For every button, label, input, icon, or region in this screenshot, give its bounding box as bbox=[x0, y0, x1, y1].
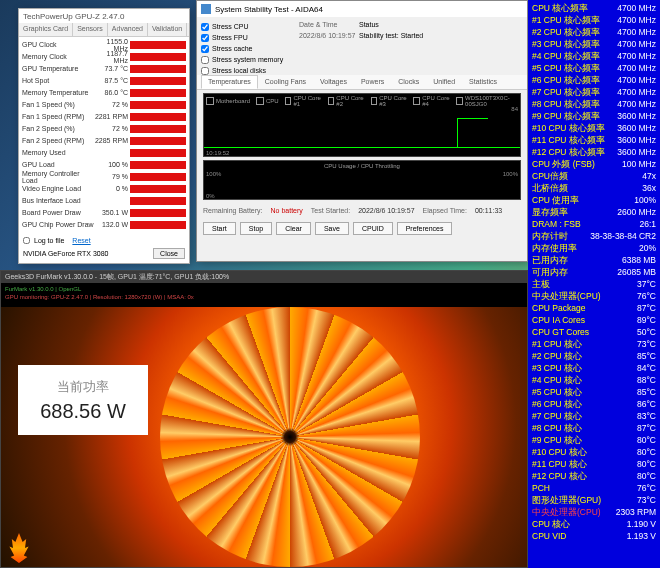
check-label: Stress system memory bbox=[212, 56, 283, 63]
stat-value: 84°C bbox=[637, 362, 656, 374]
aida-tab[interactable]: Voltages bbox=[313, 75, 354, 89]
sensor-value: 132.0 W bbox=[94, 221, 130, 228]
stat-value: 80°C bbox=[637, 434, 656, 446]
stat-row: #8 CPU 核心频率4700 MHz bbox=[532, 98, 656, 110]
checkbox[interactable] bbox=[201, 56, 209, 64]
sensor-value: 2285 RPM bbox=[94, 137, 130, 144]
aida-tab[interactable]: Cooling Fans bbox=[258, 75, 313, 89]
stress-check[interactable]: Stress CPU bbox=[201, 21, 291, 32]
aida-tab[interactable]: Powers bbox=[354, 75, 391, 89]
stat-row: #10 CPU 核心频率3600 MHz bbox=[532, 122, 656, 134]
checkbox[interactable] bbox=[201, 23, 209, 31]
stress-check[interactable]: Stress system memory bbox=[201, 54, 291, 65]
clear-button[interactable]: Clear bbox=[276, 222, 311, 235]
gpuz-window: TechPowerUp GPU-Z 2.47.0 Graphics Card S… bbox=[18, 8, 190, 264]
stat-value: 26085 MB bbox=[617, 266, 656, 278]
date-label: Date & Time bbox=[299, 21, 359, 32]
cpuid-button[interactable]: CPUID bbox=[353, 222, 393, 235]
stat-value: 4700 MHz bbox=[617, 38, 656, 50]
sensor-row: Fan 2 Speed (%)72 % bbox=[22, 123, 186, 134]
elapsed-label: Elapsed Time: bbox=[423, 207, 467, 214]
stat-row: #2 CPU 核心频率4700 MHz bbox=[532, 26, 656, 38]
stat-value: 100 MHz bbox=[622, 158, 656, 170]
stress-check[interactable]: Stress cache bbox=[201, 43, 291, 54]
power-label: 当前功率 bbox=[57, 378, 109, 396]
tab-advanced[interactable]: Advanced bbox=[108, 23, 148, 36]
sensor-row: Memory Controller Load79 % bbox=[22, 171, 186, 182]
sensor-value: 73.7 °C bbox=[94, 65, 130, 72]
stat-label: #9 CPU 核心频率 bbox=[532, 110, 600, 122]
log-checkbox[interactable] bbox=[23, 237, 30, 244]
sensor-row: Memory Clock1187.7 MHz bbox=[22, 51, 186, 62]
stat-value: 85°C bbox=[637, 350, 656, 362]
checkbox[interactable] bbox=[201, 34, 209, 42]
tab-sensors[interactable]: Sensors bbox=[73, 23, 108, 36]
stat-row: #7 CPU 核心83°C bbox=[532, 410, 656, 422]
stat-label: #10 CPU 核心频率 bbox=[532, 122, 605, 134]
stat-row: 已用内存6388 MB bbox=[532, 254, 656, 266]
stat-label: CPU VID bbox=[532, 530, 566, 542]
stop-button[interactable]: Stop bbox=[240, 222, 272, 235]
aida-tab[interactable]: Statistics bbox=[462, 75, 504, 89]
stat-value: 1.190 V bbox=[627, 518, 656, 530]
stat-value: 4700 MHz bbox=[617, 86, 656, 98]
stat-value: 76°C bbox=[637, 290, 656, 302]
stat-value: 2600 MHz bbox=[617, 206, 656, 218]
stat-label: #1 CPU 核心频率 bbox=[532, 14, 600, 26]
stat-row: 北桥倍频36x bbox=[532, 182, 656, 194]
stat-row: 内存计时38-38-38-84 CR2 bbox=[532, 230, 656, 242]
furmark-render bbox=[1, 307, 527, 567]
aida-titlebar[interactable]: System Stability Test - AIDA64 bbox=[197, 1, 527, 17]
sensor-row: GPU Chip Power Draw132.0 W bbox=[22, 219, 186, 230]
stat-row: #11 CPU 核心频率3600 MHz bbox=[532, 134, 656, 146]
stat-value: 36x bbox=[642, 182, 656, 194]
elapsed-value: 00:11:33 bbox=[475, 207, 502, 214]
sensor-bar bbox=[130, 161, 186, 169]
stat-value: 37°C bbox=[637, 278, 656, 290]
sensor-bar bbox=[130, 137, 186, 145]
sensor-bar bbox=[130, 101, 186, 109]
stat-value: 76°C bbox=[637, 482, 656, 494]
aida-tab[interactable]: Clocks bbox=[391, 75, 426, 89]
stat-label: #2 CPU 核心频率 bbox=[532, 26, 600, 38]
start-button[interactable]: Start bbox=[203, 222, 236, 235]
stat-value: 3600 MHz bbox=[617, 122, 656, 134]
stat-value: 80°C bbox=[637, 446, 656, 458]
stat-row: 内存使用率20% bbox=[532, 242, 656, 254]
tab-graphics-card[interactable]: Graphics Card bbox=[19, 23, 73, 36]
scale-time: 10:19:52 bbox=[206, 150, 229, 156]
legend-item: CPU Core #3 bbox=[371, 96, 408, 106]
stat-value: 26:1 bbox=[639, 218, 656, 230]
checkbox[interactable] bbox=[201, 45, 209, 53]
aida-tab[interactable]: Unified bbox=[426, 75, 462, 89]
stress-check[interactable]: Stress FPU bbox=[201, 32, 291, 43]
tab-validation[interactable]: Validation bbox=[148, 23, 187, 36]
stat-value: 4700 MHz bbox=[617, 14, 656, 26]
stat-label: #10 CPU 核心 bbox=[532, 446, 587, 458]
sensor-value: 1187.7 MHz bbox=[94, 50, 130, 64]
stat-row: #12 CPU 核心80°C bbox=[532, 470, 656, 482]
sensor-label: Video Engine Load bbox=[22, 185, 94, 192]
stat-label: #5 CPU 核心 bbox=[532, 386, 582, 398]
sensor-row: GPU Temperature73.7 °C bbox=[22, 63, 186, 74]
sensor-label: Fan 1 Speed (RPM) bbox=[22, 113, 94, 120]
stat-value: 47x bbox=[642, 170, 656, 182]
checkbox[interactable] bbox=[201, 67, 209, 75]
close-button[interactable]: Close bbox=[153, 248, 185, 259]
aida-title: System Stability Test - AIDA64 bbox=[215, 5, 323, 14]
log-label: Log to file bbox=[34, 237, 64, 244]
stat-label: CPU 核心 bbox=[532, 518, 570, 530]
gpuz-title[interactable]: TechPowerUp GPU-Z 2.47.0 bbox=[19, 9, 189, 23]
scale-top: 84 bbox=[511, 106, 518, 112]
check-label: Stress cache bbox=[212, 45, 252, 52]
furmark-title[interactable]: Geeks3D FurMark v1.30.0.0 - 15帧, GPU1 温度… bbox=[1, 271, 527, 283]
stat-value: 86°C bbox=[637, 398, 656, 410]
sensor-row: Memory Temperature86.0 °C bbox=[22, 87, 186, 98]
reset-link[interactable]: Reset bbox=[72, 237, 90, 244]
save-button[interactable]: Save bbox=[315, 222, 349, 235]
preferences-button[interactable]: Preferences bbox=[397, 222, 453, 235]
aida-tab[interactable]: Temperatures bbox=[201, 75, 258, 89]
sensor-label: GPU Temperature bbox=[22, 65, 94, 72]
sensor-bar bbox=[130, 149, 186, 157]
stat-label: #4 CPU 核心频率 bbox=[532, 50, 600, 62]
